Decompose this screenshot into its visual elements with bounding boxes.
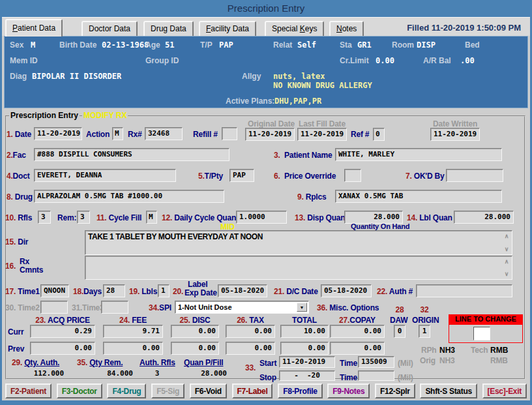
- disp-quan-field[interactable]: 28.000: [344, 211, 403, 224]
- f12-splr-button[interactable]: F12-Splr: [375, 383, 415, 398]
- origin-field[interactable]: 1: [419, 325, 430, 338]
- original-date-label: Original Date: [248, 119, 295, 128]
- rph-label: RPh: [421, 346, 436, 355]
- f3-doctor-button[interactable]: F3-Doctor: [57, 383, 102, 398]
- action-field[interactable]: M: [112, 127, 123, 140]
- tab-notes[interactable]: Notes: [329, 21, 364, 36]
- tpty-field[interactable]: PAP: [229, 169, 254, 182]
- rx-number-label: Rx#: [128, 130, 141, 139]
- facility-field[interactable]: #888 DISPILL CONSUMERS: [34, 148, 229, 161]
- lbl-quan-field[interactable]: 28.000: [454, 211, 514, 224]
- doctor-field[interactable]: EVERETT, DEANNA: [34, 169, 176, 182]
- refills-field[interactable]: 3: [38, 211, 51, 224]
- time1-field[interactable]: QNOON: [40, 284, 69, 297]
- refill-field[interactable]: [222, 127, 237, 140]
- time2-number: 30.: [5, 303, 16, 312]
- credit-limit-value: 0.00: [376, 56, 394, 65]
- f7-label-button[interactable]: F7-Label: [232, 383, 273, 398]
- tab-patient-data[interactable]: Patient Data: [5, 19, 63, 37]
- modify-rx-badge: MODIFY RX: [82, 111, 128, 120]
- curr-acq-price-field[interactable]: 0.29: [30, 325, 95, 338]
- esc-exit-button[interactable]: [Esc]-Exit: [482, 383, 527, 398]
- f9-notes-button[interactable]: F9-Notes: [327, 383, 370, 398]
- active-plans-value: DHU,PAP,PR: [274, 97, 321, 106]
- mem-id-label: Mem ID: [10, 56, 38, 65]
- tab-special-keys[interactable]: Special Keys: [265, 21, 324, 36]
- rx-number-field[interactable]: 32468: [145, 127, 183, 140]
- curr-tax-field[interactable]: 0.00: [226, 325, 275, 338]
- disp-quan-number: 13.: [295, 213, 305, 222]
- tab-facility-data[interactable]: Facility Data: [199, 21, 256, 36]
- misc-options-number: 36.: [317, 303, 327, 312]
- tab-drug-data[interactable]: Drug Data: [143, 21, 194, 36]
- start-date-field[interactable]: 11-20-2019: [279, 356, 335, 368]
- time1-label: Time1: [18, 287, 39, 296]
- doct-number: 4.: [7, 172, 13, 181]
- curr-disc-field[interactable]: 0.00: [171, 325, 219, 338]
- date-written-label: Date Written: [433, 119, 477, 128]
- drug-field[interactable]: ALPRAZOLAM 0.5MG TAB #1000.00: [34, 190, 224, 203]
- scroll-down-icon[interactable]: ∨: [503, 246, 510, 252]
- ar-balance-label: A/R Bal: [423, 56, 451, 65]
- directions-textarea[interactable]: TAKE 1 TABLET BY MOUTH EVERYDAY AT NOON …: [85, 230, 512, 255]
- replaces-field[interactable]: XANAX 0.5MG TAB: [335, 190, 502, 203]
- okd-by-field[interactable]: [446, 169, 503, 182]
- f2-patient-button[interactable]: F2-Patient: [5, 383, 52, 398]
- acq-price-header: ACQ PRICE: [48, 316, 90, 325]
- age-label: Age: [145, 40, 160, 50]
- scroll-up-icon[interactable]: ∧: [503, 258, 510, 265]
- label-exp-date-field[interactable]: 05-18-2020: [218, 284, 267, 297]
- labels-field[interactable]: 1: [158, 284, 170, 297]
- date-field[interactable]: 11-20-2019: [34, 127, 82, 140]
- copay-header: COPAY: [349, 316, 376, 325]
- stop-time-field[interactable]: [358, 370, 394, 381]
- exp-date-label-1: Label: [188, 280, 207, 289]
- sex-label: Sex: [10, 40, 23, 50]
- exp-date-number: 20.: [173, 287, 183, 296]
- scroll-down-icon[interactable]: ∨: [503, 271, 510, 277]
- f4-drug-button[interactable]: F4-Drug: [107, 383, 146, 398]
- doct-label: Doct: [13, 172, 30, 181]
- days-field[interactable]: 28: [103, 284, 125, 297]
- f8-profile-button[interactable]: F8-Profile: [278, 383, 322, 398]
- auth-number-field[interactable]: [416, 284, 512, 297]
- line-to-change-input[interactable]: [473, 327, 490, 340]
- start-time-field[interactable]: 135009: [358, 356, 394, 368]
- patient-name-field[interactable]: WHITE, MARLEY: [335, 148, 502, 161]
- days-number: 18.: [73, 287, 83, 296]
- spi-select[interactable]: 1-Not Unit Dose ▼: [175, 301, 309, 314]
- date-label: Date: [15, 130, 31, 139]
- quantity-on-hand-label: Quantity On Hand: [351, 222, 409, 230]
- dc-date-field[interactable]: 05-18-2020: [321, 284, 372, 297]
- curr-total-field[interactable]: 10.00: [280, 325, 329, 338]
- curr-fee-field[interactable]: 9.71: [103, 325, 163, 338]
- room-value: DISP: [417, 40, 436, 50]
- rem-label: Rem:: [57, 213, 76, 222]
- patient-name-label: Patient Name: [284, 151, 332, 160]
- daily-cycle-number: 12.: [162, 213, 172, 222]
- price-override-field[interactable]: [344, 169, 361, 182]
- birth-date-value: 02-13-1968: [102, 40, 149, 50]
- diagnosis-value: BIPOLAR II DISORDER: [32, 72, 121, 81]
- room-label: Room: [392, 40, 414, 50]
- cycle-fill-number: 11.: [96, 213, 106, 222]
- start-stop-number: 33.: [245, 363, 256, 372]
- daily-cycle-quan-field[interactable]: 1.0000: [236, 211, 287, 224]
- stop-date-field[interactable]: - -20: [279, 370, 335, 381]
- f6-void-button[interactable]: F6-Void: [190, 383, 227, 398]
- active-plans-label: Active Plans:: [226, 97, 274, 106]
- chevron-down-icon[interactable]: ▼: [297, 303, 307, 312]
- shft-s-status-button[interactable]: Shft-S Status: [420, 383, 477, 398]
- curr-copay-field[interactable]: 0.00: [330, 325, 385, 338]
- last-fill-date-label: Last Fill Date: [299, 119, 346, 128]
- daw-field[interactable]: 0: [394, 325, 406, 338]
- tab-doctor-data[interactable]: Doctor Data: [81, 21, 138, 36]
- patient-summary-panel: Sex M Birth Date 02-13-1968 Age 51 T/P P…: [4, 36, 528, 108]
- prev-tax-field: 0.00: [226, 342, 275, 355]
- last-fill-date-field: 11-20-2019: [297, 128, 347, 141]
- scroll-up-icon[interactable]: ∧: [503, 233, 510, 239]
- cycle-fill-field[interactable]: M: [146, 211, 157, 224]
- lbls-number: 19.: [129, 287, 140, 296]
- lbl-quan-label: Lbl Quan: [419, 213, 452, 222]
- rx-comments-textarea[interactable]: ∧ ∨: [85, 256, 512, 280]
